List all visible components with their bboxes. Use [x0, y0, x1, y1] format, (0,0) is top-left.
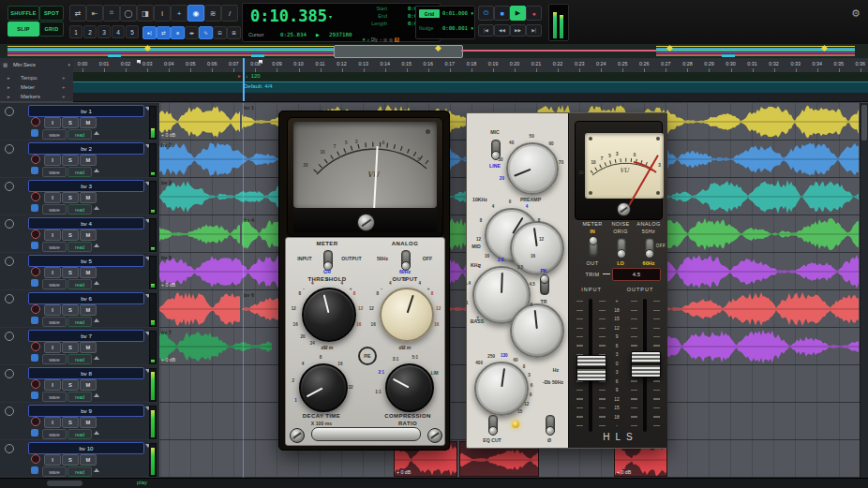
record-arm-button[interactable]: [31, 342, 40, 351]
playlist-selector-icon[interactable]: [31, 242, 38, 249]
meter-lane-label[interactable]: Meter: [21, 84, 35, 90]
record-arm-button[interactable]: [31, 192, 40, 201]
record-arm-button[interactable]: [31, 155, 40, 164]
track-name[interactable]: bv 10: [28, 442, 144, 454]
audio-clip[interactable]: [159, 216, 241, 252]
automation-mode-selector[interactable]: read: [67, 279, 92, 289]
status-badge-6[interactable]: N: [395, 37, 399, 42]
hls-mic-line-toggle[interactable]: [491, 140, 501, 158]
input-monitor-button[interactable]: I: [44, 379, 61, 391]
go-to-end-button[interactable]: ▶|: [526, 24, 542, 37]
comp-output-knob[interactable]: [380, 288, 434, 342]
solo-button[interactable]: S: [62, 379, 79, 391]
zoom-preset-3[interactable]: 3: [97, 25, 111, 38]
play-button[interactable]: ▶: [510, 6, 526, 21]
tempo-lane-label[interactable]: Tempo: [21, 75, 37, 81]
hls-pk-tr-toggle[interactable]: [540, 276, 549, 295]
solo-button[interactable]: S: [62, 417, 79, 428]
record-arm-button[interactable]: [31, 454, 40, 464]
audio-clip[interactable]: [666, 329, 860, 364]
zoom-toggle-icon[interactable]: ⇄: [69, 5, 86, 22]
mute-button[interactable]: M: [80, 304, 97, 316]
output-window-icon[interactable]: [94, 169, 99, 172]
input-monitor-button[interactable]: I: [44, 192, 61, 203]
solo-button[interactable]: S: [62, 304, 79, 316]
input-monitor-button[interactable]: I: [44, 117, 61, 128]
automation-mode-selector[interactable]: read: [67, 466, 92, 477]
track-name[interactable]: bv 3: [28, 180, 144, 192]
hls-input-fader-cap[interactable]: [576, 355, 606, 381]
output-window-icon[interactable]: [94, 356, 99, 360]
return-to-zero-button[interactable]: |◀: [478, 24, 494, 37]
solo-button[interactable]: S: [62, 155, 79, 166]
mute-button[interactable]: M: [80, 155, 97, 166]
status-badge-0[interactable]: ≡: [363, 37, 366, 42]
track-name[interactable]: bv 6: [28, 292, 144, 304]
track-view-selector[interactable]: wave: [42, 317, 67, 327]
zoom-preset-1[interactable]: 1: [69, 25, 82, 38]
track-view-selector[interactable]: wave: [42, 129, 67, 140]
link-track-icon[interactable]: ≡: [171, 26, 185, 39]
input-monitor-button[interactable]: I: [44, 304, 61, 316]
zoom-preset-2[interactable]: 2: [83, 25, 97, 38]
markers-lane[interactable]: [73, 93, 868, 102]
playlist-selector-icon[interactable]: [31, 279, 38, 287]
solo-button[interactable]: S: [62, 454, 79, 466]
playlist-selector-icon[interactable]: [31, 429, 38, 436]
output-window-icon[interactable]: [94, 468, 99, 472]
main-counter[interactable]: 0:10.385: [250, 7, 327, 25]
automation-mode-selector[interactable]: read: [67, 392, 92, 402]
mode-button-spot[interactable]: SPOT: [39, 6, 64, 21]
track-view-selector[interactable]: wave: [42, 429, 67, 439]
automation-mode-selector[interactable]: read: [67, 354, 92, 364]
comp-meter-toggle[interactable]: [323, 250, 333, 269]
automation-mode-selector[interactable]: read: [67, 129, 92, 140]
audio-clip[interactable]: bv 7: [159, 329, 272, 364]
output-window-icon[interactable]: [94, 431, 99, 435]
hls-meter-toggle[interactable]: [589, 238, 598, 257]
counter-caret-icon[interactable]: ▾: [329, 13, 332, 20]
vertical-scroll-thumb[interactable]: [861, 105, 867, 140]
playlist-selector-icon[interactable]: [31, 204, 38, 212]
input-monitor-button[interactable]: I: [44, 229, 61, 241]
track-name[interactable]: bv 4: [28, 217, 144, 229]
output-window-icon[interactable]: [94, 244, 99, 247]
solo-button[interactable]: S: [62, 192, 79, 203]
automation-mode-selector[interactable]: read: [67, 317, 92, 327]
hls-bass-knob[interactable]: [510, 303, 564, 358]
solo-button[interactable]: S: [62, 342, 79, 353]
nudge-value[interactable]: 0:00.001: [442, 25, 468, 31]
record-button[interactable]: ●: [526, 6, 542, 21]
track-view-selector[interactable]: wave: [42, 204, 67, 214]
status-badge-4[interactable]: ◎: [383, 37, 387, 42]
playlist-selector-icon[interactable]: [31, 466, 38, 474]
input-monitor-button[interactable]: I: [44, 155, 61, 166]
markers-expand-icon[interactable]: ▸: [7, 94, 10, 99]
link-timeline-icon[interactable]: ⇄: [157, 26, 171, 39]
input-monitor-button[interactable]: I: [44, 267, 61, 278]
track-view-selector[interactable]: wave: [42, 279, 67, 289]
status-badge-2[interactable]: Dly: [371, 37, 378, 42]
status-badge-5[interactable]: ◎: [389, 37, 393, 42]
mute-button[interactable]: M: [80, 454, 97, 466]
track-name[interactable]: bv 5: [28, 255, 144, 267]
track-view-selector[interactable]: wave: [42, 466, 67, 477]
record-arm-button[interactable]: [31, 117, 40, 126]
comp-threshold-knob[interactable]: [302, 288, 356, 342]
mute-button[interactable]: M: [80, 117, 97, 128]
rewind-button[interactable]: ◀◀: [494, 24, 510, 37]
grid-value[interactable]: 0:01.000: [442, 10, 468, 16]
solo-button[interactable]: S: [62, 229, 79, 241]
solo-button[interactable]: S: [62, 117, 79, 128]
trim-arrows-icon[interactable]: ⇤: [86, 5, 103, 22]
input-monitor-button[interactable]: I: [44, 342, 61, 353]
automation-mode-selector[interactable]: read: [67, 242, 92, 252]
hls-phase-toggle[interactable]: [546, 415, 555, 434]
separation-icon[interactable]: ⌗: [103, 5, 120, 22]
zoom-preset-5[interactable]: 5: [126, 25, 139, 38]
playlist-selector-icon[interactable]: [31, 392, 38, 399]
layered-edit-icon[interactable]: ⊟: [213, 26, 227, 39]
mode-button-shuffle[interactable]: SHUFFLE: [7, 6, 39, 21]
mode-button-grid[interactable]: GRID: [39, 22, 64, 37]
automation-mode-selector[interactable]: read: [67, 167, 92, 177]
